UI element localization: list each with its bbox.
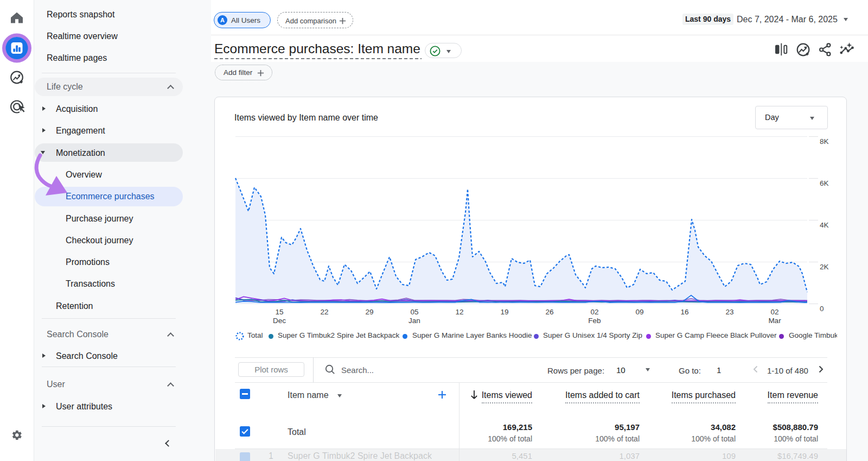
svg-text:23: 23 (725, 308, 733, 316)
svg-text:29: 29 (365, 308, 373, 316)
svg-text:Mar: Mar (768, 317, 781, 325)
svg-text:4K: 4K (820, 221, 829, 229)
svg-text:12: 12 (455, 308, 463, 316)
svg-text:19: 19 (500, 308, 508, 316)
svg-text:8K: 8K (820, 137, 829, 146)
svg-text:Feb: Feb (588, 317, 601, 325)
svg-text:Dec: Dec (273, 317, 286, 325)
svg-text:0: 0 (820, 305, 824, 313)
svg-text:2K: 2K (820, 263, 829, 271)
svg-text:02: 02 (770, 308, 778, 316)
svg-text:6K: 6K (820, 179, 829, 187)
svg-text:Jan: Jan (409, 317, 420, 325)
svg-text:16: 16 (680, 308, 688, 316)
svg-text:09: 09 (635, 308, 643, 316)
svg-text:05: 05 (410, 308, 418, 316)
svg-text:15: 15 (275, 308, 283, 316)
svg-text:02: 02 (590, 308, 598, 316)
svg-text:22: 22 (320, 308, 328, 316)
svg-text:26: 26 (545, 308, 553, 316)
